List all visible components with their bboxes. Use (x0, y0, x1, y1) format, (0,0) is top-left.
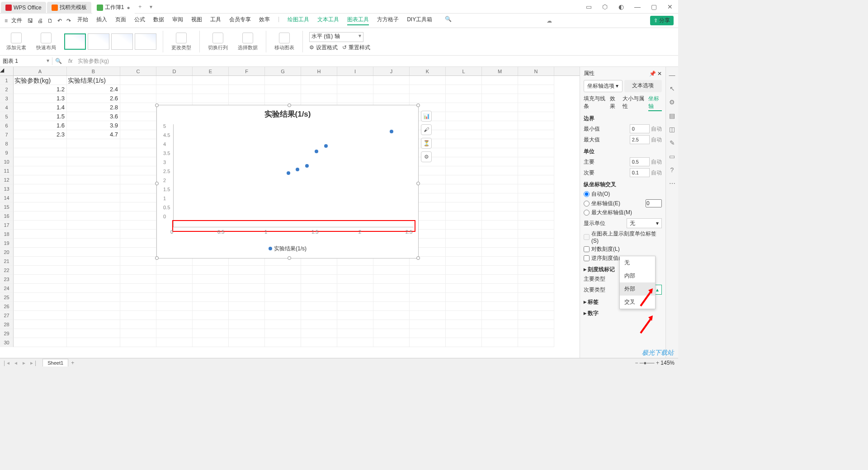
cell[interactable] (265, 311, 301, 320)
cell[interactable] (229, 284, 265, 293)
name-box[interactable]: 图表 1▾ (0, 57, 52, 65)
cell[interactable] (337, 94, 373, 103)
cell[interactable] (518, 248, 554, 257)
cell[interactable] (482, 248, 518, 257)
cell[interactable] (410, 293, 446, 302)
cell[interactable] (14, 202, 67, 212)
col-D[interactable]: D (156, 67, 193, 75)
cell[interactable] (446, 248, 482, 257)
cell[interactable] (193, 320, 229, 329)
chart-settings-icon[interactable]: ⚙ (421, 151, 432, 162)
col-N[interactable]: N (518, 67, 554, 75)
cell[interactable] (482, 103, 518, 112)
cell[interactable]: 1.4 (14, 103, 67, 112)
tab-wps[interactable]: WPS Office (1, 2, 46, 14)
cell[interactable] (156, 94, 193, 103)
maximize-button[interactable]: ▢ (646, 3, 662, 10)
cell[interactable] (482, 329, 518, 338)
undo-icon[interactable]: ↶ (57, 18, 62, 24)
sheet-area[interactable]: ◢ A B C D E F G H I J K L M N 1实验参数(kg)实… (0, 67, 580, 358)
cell[interactable] (120, 230, 156, 239)
cell[interactable] (518, 103, 554, 112)
cell[interactable] (120, 266, 156, 275)
cell[interactable] (482, 239, 518, 248)
sheet-tab[interactable]: Sheet1 (42, 359, 68, 367)
data-point[interactable] (315, 150, 318, 153)
cell[interactable] (14, 311, 67, 320)
fx-expand-icon[interactable]: 🔍 (52, 58, 65, 64)
cell[interactable] (67, 148, 120, 157)
cell[interactable] (120, 76, 156, 85)
cell[interactable] (446, 293, 482, 302)
cell[interactable] (301, 275, 337, 284)
col-K[interactable]: K (410, 67, 446, 75)
new-tab-button[interactable]: + (135, 4, 146, 10)
row-header[interactable]: 30 (0, 338, 14, 347)
cell[interactable] (193, 293, 229, 302)
row-header[interactable]: 26 (0, 302, 14, 311)
cell[interactable] (14, 284, 67, 293)
chart-elements-icon[interactable]: 📊 (421, 111, 432, 122)
chart-title[interactable]: 实验结果(1/s) (157, 105, 418, 123)
cell[interactable] (518, 175, 554, 184)
cell[interactable] (518, 130, 554, 139)
dropdown-option-outside[interactable]: 外部 (620, 282, 655, 296)
data-point[interactable] (390, 130, 393, 133)
cell[interactable] (14, 193, 67, 202)
row-header[interactable]: 3 (0, 94, 14, 103)
cell[interactable] (446, 166, 482, 175)
settings-icon[interactable]: ⚙ (669, 99, 675, 106)
display-unit-select[interactable]: 无▾ (627, 218, 662, 228)
cell[interactable] (120, 311, 156, 320)
cell[interactable] (67, 184, 120, 193)
cell[interactable] (410, 266, 446, 275)
cell[interactable] (410, 275, 446, 284)
cell[interactable] (518, 166, 554, 175)
style-thumb[interactable] (135, 33, 156, 50)
cell[interactable] (337, 293, 373, 302)
cell[interactable] (265, 266, 301, 275)
cell[interactable] (446, 230, 482, 239)
cell[interactable] (265, 76, 301, 85)
sub-fill[interactable]: 填充与线条 (584, 95, 606, 111)
cell[interactable] (446, 193, 482, 202)
dropdown-option-none[interactable]: 无 (620, 256, 655, 269)
row-header[interactable]: 19 (0, 239, 14, 248)
cell[interactable] (518, 302, 554, 311)
cell[interactable] (229, 76, 265, 85)
cell[interactable] (446, 121, 482, 130)
cell[interactable] (265, 85, 301, 94)
cell[interactable] (193, 338, 229, 347)
plot-area[interactable] (173, 124, 414, 227)
cell[interactable] (482, 338, 518, 347)
cell[interactable] (156, 76, 193, 85)
tab-template[interactable]: 找稻壳模板 (47, 2, 91, 14)
cell[interactable] (446, 103, 482, 112)
cell[interactable]: 3.9 (67, 121, 120, 130)
pin-icon[interactable]: 📌 (649, 70, 656, 77)
sheet-nav[interactable]: |◂ ◂ ▸ ▸| (4, 360, 38, 366)
cell[interactable] (446, 148, 482, 157)
cell[interactable] (14, 139, 67, 148)
minor-input[interactable] (630, 168, 650, 177)
layers-icon[interactable]: ▤ (669, 112, 675, 119)
cell[interactable] (229, 275, 265, 284)
number-section[interactable]: ▸ 数字 (584, 310, 662, 317)
cell[interactable] (120, 248, 156, 257)
select-all-corner[interactable]: ◢ (0, 67, 14, 75)
cell[interactable] (518, 184, 554, 193)
cell[interactable] (67, 139, 120, 148)
cell[interactable] (337, 275, 373, 284)
tab-review[interactable]: 审阅 (172, 16, 183, 25)
cell[interactable]: 3.6 (67, 112, 120, 121)
cell[interactable] (373, 329, 410, 338)
close-button[interactable]: ✕ (662, 3, 678, 10)
cell[interactable] (14, 221, 67, 230)
max-input[interactable] (630, 135, 650, 144)
cell[interactable] (193, 302, 229, 311)
cell[interactable] (446, 329, 482, 338)
add-sheet-button[interactable]: + (71, 360, 74, 366)
search-icon[interactable]: 🔍 (445, 16, 452, 25)
row-header[interactable]: 18 (0, 230, 14, 239)
cell[interactable] (446, 76, 482, 85)
